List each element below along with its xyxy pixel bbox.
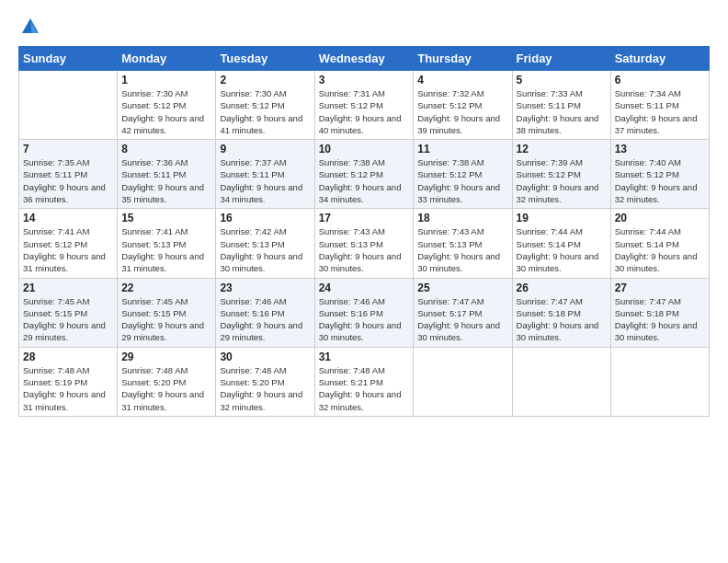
calendar-cell: 31Sunrise: 7:48 AMSunset: 5:21 PMDayligh… <box>314 347 414 416</box>
day-info: Sunrise: 7:36 AMSunset: 5:11 PMDaylight:… <box>121 156 211 205</box>
week-row-1: 1Sunrise: 7:30 AMSunset: 5:12 PMDaylight… <box>19 71 710 140</box>
day-number: 28 <box>23 350 113 363</box>
day-info: Sunrise: 7:37 AMSunset: 5:11 PMDaylight:… <box>220 156 310 205</box>
calendar-cell: 2Sunrise: 7:30 AMSunset: 5:12 PMDaylight… <box>216 71 314 140</box>
day-info: Sunrise: 7:34 AMSunset: 5:11 PMDaylight:… <box>615 87 705 136</box>
day-number: 14 <box>23 212 113 224</box>
calendar-cell: 29Sunrise: 7:48 AMSunset: 5:20 PMDayligh… <box>118 347 216 416</box>
day-info: Sunrise: 7:32 AMSunset: 5:12 PMDaylight:… <box>417 87 507 136</box>
day-number: 23 <box>220 282 310 294</box>
day-number: 5 <box>517 74 607 86</box>
day-number: 3 <box>319 74 410 86</box>
day-info: Sunrise: 7:45 AMSunset: 5:15 PMDaylight:… <box>23 295 113 344</box>
calendar-cell: 19Sunrise: 7:44 AMSunset: 5:14 PMDayligh… <box>512 209 610 278</box>
day-info: Sunrise: 7:38 AMSunset: 5:12 PMDaylight:… <box>319 156 410 205</box>
weekday-header-tuesday: Tuesday <box>216 47 314 71</box>
day-info: Sunrise: 7:48 AMSunset: 5:20 PMDaylight:… <box>220 364 310 413</box>
weekday-header-wednesday: Wednesday <box>314 47 414 71</box>
day-number: 9 <box>220 143 310 155</box>
day-number: 29 <box>121 350 211 363</box>
weekday-header-monday: Monday <box>118 47 216 71</box>
weekday-header-thursday: Thursday <box>414 47 512 71</box>
day-info: Sunrise: 7:43 AMSunset: 5:13 PMDaylight:… <box>319 225 410 274</box>
week-row-2: 7Sunrise: 7:35 AMSunset: 5:11 PMDaylight… <box>19 140 710 209</box>
calendar-cell: 8Sunrise: 7:36 AMSunset: 5:11 PMDaylight… <box>118 140 216 209</box>
calendar-cell: 24Sunrise: 7:46 AMSunset: 5:16 PMDayligh… <box>314 278 414 347</box>
day-info: Sunrise: 7:44 AMSunset: 5:14 PMDaylight:… <box>615 225 705 274</box>
day-info: Sunrise: 7:47 AMSunset: 5:17 PMDaylight:… <box>417 295 507 344</box>
day-info: Sunrise: 7:31 AMSunset: 5:12 PMDaylight:… <box>319 87 410 136</box>
day-info: Sunrise: 7:30 AMSunset: 5:12 PMDaylight:… <box>220 87 310 136</box>
day-number: 21 <box>23 282 113 294</box>
header <box>18 17 710 37</box>
weekday-header-friday: Friday <box>512 47 610 71</box>
calendar-cell: 13Sunrise: 7:40 AMSunset: 5:12 PMDayligh… <box>610 140 709 209</box>
day-number: 4 <box>417 74 507 86</box>
calendar-cell: 6Sunrise: 7:34 AMSunset: 5:11 PMDaylight… <box>610 71 709 140</box>
day-number: 20 <box>615 212 705 224</box>
calendar-cell: 18Sunrise: 7:43 AMSunset: 5:13 PMDayligh… <box>414 209 512 278</box>
week-row-3: 14Sunrise: 7:41 AMSunset: 5:12 PMDayligh… <box>19 209 710 278</box>
calendar-cell: 1Sunrise: 7:30 AMSunset: 5:12 PMDaylight… <box>118 71 216 140</box>
calendar-cell: 10Sunrise: 7:38 AMSunset: 5:12 PMDayligh… <box>314 140 414 209</box>
calendar-cell: 16Sunrise: 7:42 AMSunset: 5:13 PMDayligh… <box>216 209 314 278</box>
day-number: 7 <box>23 143 113 155</box>
calendar-cell: 30Sunrise: 7:48 AMSunset: 5:20 PMDayligh… <box>216 347 314 416</box>
day-number: 19 <box>517 212 607 224</box>
day-info: Sunrise: 7:35 AMSunset: 5:11 PMDaylight:… <box>23 156 113 205</box>
day-number: 16 <box>220 212 310 224</box>
day-info: Sunrise: 7:38 AMSunset: 5:12 PMDaylight:… <box>417 156 507 205</box>
day-number: 12 <box>517 143 607 155</box>
calendar-cell: 23Sunrise: 7:46 AMSunset: 5:16 PMDayligh… <box>216 278 314 347</box>
day-info: Sunrise: 7:48 AMSunset: 5:19 PMDaylight:… <box>23 364 113 413</box>
day-info: Sunrise: 7:48 AMSunset: 5:20 PMDaylight:… <box>121 364 211 413</box>
day-info: Sunrise: 7:41 AMSunset: 5:13 PMDaylight:… <box>121 225 211 274</box>
weekday-header-sunday: Sunday <box>19 47 118 71</box>
day-number: 15 <box>121 212 211 224</box>
calendar-cell <box>512 347 610 416</box>
day-number: 24 <box>319 282 410 294</box>
calendar-cell: 9Sunrise: 7:37 AMSunset: 5:11 PMDaylight… <box>216 140 314 209</box>
calendar-cell: 27Sunrise: 7:47 AMSunset: 5:18 PMDayligh… <box>610 278 709 347</box>
weekday-header-saturday: Saturday <box>610 47 709 71</box>
day-info: Sunrise: 7:46 AMSunset: 5:16 PMDaylight:… <box>319 295 410 344</box>
week-row-5: 28Sunrise: 7:48 AMSunset: 5:19 PMDayligh… <box>19 347 710 416</box>
day-info: Sunrise: 7:39 AMSunset: 5:12 PMDaylight:… <box>517 156 607 205</box>
calendar-cell: 3Sunrise: 7:31 AMSunset: 5:12 PMDaylight… <box>314 71 414 140</box>
calendar-cell: 20Sunrise: 7:44 AMSunset: 5:14 PMDayligh… <box>610 209 709 278</box>
page: SundayMondayTuesdayWednesdayThursdayFrid… <box>0 0 728 563</box>
day-number: 10 <box>319 143 410 155</box>
calendar-header-row: SundayMondayTuesdayWednesdayThursdayFrid… <box>19 47 710 71</box>
calendar-cell <box>414 347 512 416</box>
calendar-cell: 28Sunrise: 7:48 AMSunset: 5:19 PMDayligh… <box>19 347 118 416</box>
day-info: Sunrise: 7:30 AMSunset: 5:12 PMDaylight:… <box>121 87 211 136</box>
calendar-cell <box>610 347 709 416</box>
day-info: Sunrise: 7:33 AMSunset: 5:11 PMDaylight:… <box>517 87 607 136</box>
day-info: Sunrise: 7:46 AMSunset: 5:16 PMDaylight:… <box>220 295 310 344</box>
calendar-table: SundayMondayTuesdayWednesdayThursdayFrid… <box>18 46 710 417</box>
day-info: Sunrise: 7:48 AMSunset: 5:21 PMDaylight:… <box>319 364 410 413</box>
calendar-cell: 7Sunrise: 7:35 AMSunset: 5:11 PMDaylight… <box>19 140 118 209</box>
day-info: Sunrise: 7:43 AMSunset: 5:13 PMDaylight:… <box>417 225 507 274</box>
day-number: 18 <box>417 212 507 224</box>
day-info: Sunrise: 7:40 AMSunset: 5:12 PMDaylight:… <box>615 156 705 205</box>
day-number: 13 <box>615 143 705 155</box>
day-number: 1 <box>121 74 211 86</box>
day-number: 11 <box>417 143 507 155</box>
calendar-cell: 26Sunrise: 7:47 AMSunset: 5:18 PMDayligh… <box>512 278 610 347</box>
calendar-cell: 12Sunrise: 7:39 AMSunset: 5:12 PMDayligh… <box>512 140 610 209</box>
calendar-cell: 17Sunrise: 7:43 AMSunset: 5:13 PMDayligh… <box>314 209 414 278</box>
day-info: Sunrise: 7:42 AMSunset: 5:13 PMDaylight:… <box>220 225 310 274</box>
day-number: 17 <box>319 212 410 224</box>
day-number: 6 <box>615 74 705 86</box>
day-info: Sunrise: 7:47 AMSunset: 5:18 PMDaylight:… <box>517 295 607 344</box>
logo-icon <box>20 17 40 37</box>
calendar-cell: 21Sunrise: 7:45 AMSunset: 5:15 PMDayligh… <box>19 278 118 347</box>
day-info: Sunrise: 7:47 AMSunset: 5:18 PMDaylight:… <box>615 295 705 344</box>
day-number: 8 <box>121 143 211 155</box>
calendar-cell: 22Sunrise: 7:45 AMSunset: 5:15 PMDayligh… <box>118 278 216 347</box>
calendar-cell <box>19 71 118 140</box>
day-number: 27 <box>615 282 705 294</box>
calendar-cell: 14Sunrise: 7:41 AMSunset: 5:12 PMDayligh… <box>19 209 118 278</box>
day-number: 2 <box>220 74 310 86</box>
